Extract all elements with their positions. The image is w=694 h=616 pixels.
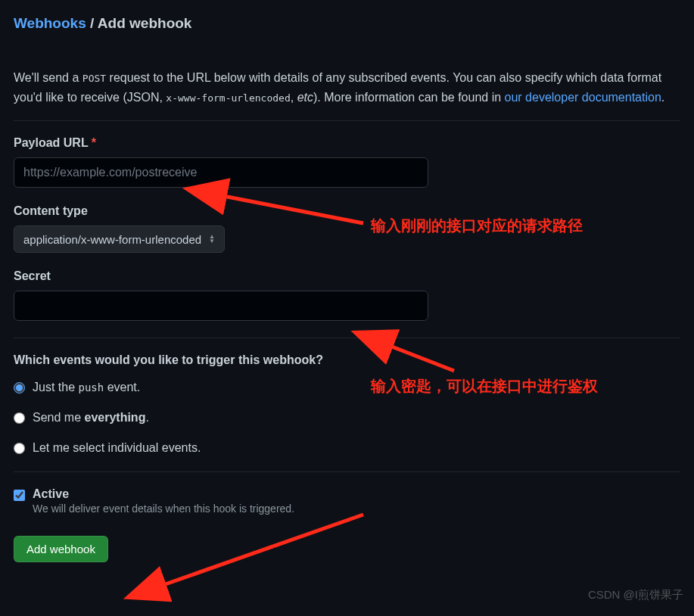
content-type-value: application/x-www-form-urlencoded xyxy=(23,233,201,246)
watermark: CSDN @I煎饼果子 xyxy=(588,588,683,602)
intro-paragraph: We'll send a POST request to the URL bel… xyxy=(14,68,680,107)
active-checkbox[interactable] xyxy=(14,490,25,501)
active-desc: We will deliver event details when this … xyxy=(33,502,294,515)
radio-individual[interactable] xyxy=(14,443,25,454)
post-code: POST xyxy=(82,73,106,84)
breadcrumb-sep: / xyxy=(90,15,94,31)
select-arrows-icon: ▲▼ xyxy=(209,235,215,244)
divider xyxy=(14,471,680,472)
divider xyxy=(14,120,680,121)
divider xyxy=(14,338,680,338)
breadcrumb-current: Add webhook xyxy=(98,15,192,31)
secret-field: Secret xyxy=(14,269,680,321)
radio-everything[interactable] xyxy=(14,412,25,424)
add-webhook-button[interactable]: Add webhook xyxy=(14,536,108,562)
secret-label: Secret xyxy=(14,269,680,283)
breadcrumb: Webhooks / Add webhook xyxy=(14,15,680,32)
events-heading: Which events would you like to trigger t… xyxy=(14,353,680,367)
payload-url-field: Payload URL * xyxy=(14,136,680,188)
content-type-field: Content type application/x-www-form-urle… xyxy=(14,204,680,253)
radio-push[interactable] xyxy=(14,382,25,394)
active-label: Active xyxy=(33,487,294,501)
content-type-select[interactable]: application/x-www-form-urlencoded ▲▼ xyxy=(14,226,225,253)
payload-url-label: Payload URL * xyxy=(14,136,680,150)
secret-input[interactable] xyxy=(14,291,428,321)
content-type-label: Content type xyxy=(14,204,680,218)
encoding-code: x-www-form-urlencoded xyxy=(166,92,290,104)
event-option-push[interactable]: Just the push event. xyxy=(14,381,680,394)
svg-line-2 xyxy=(159,515,363,586)
active-field: Active We will deliver event details whe… xyxy=(14,487,680,515)
event-option-everything[interactable]: Send me everything. xyxy=(14,411,680,425)
breadcrumb-link[interactable]: Webhooks xyxy=(14,15,86,31)
doc-link[interactable]: our developer documentation xyxy=(505,91,661,104)
event-option-individual[interactable]: Let me select individual events. xyxy=(14,441,680,455)
payload-url-input[interactable] xyxy=(14,157,428,188)
